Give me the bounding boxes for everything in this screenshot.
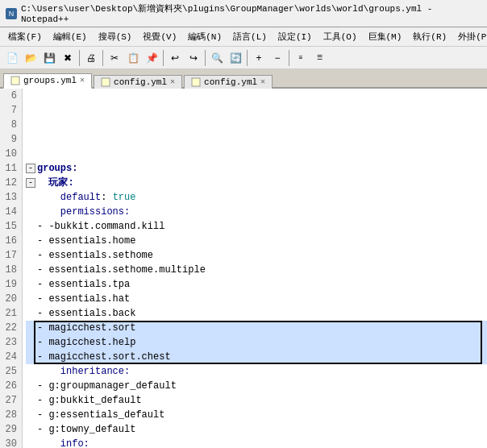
find-btn[interactable]: 🔍	[208, 49, 226, 67]
file-icon-3	[191, 77, 201, 87]
menu-item-i[interactable]: 設定(I)	[273, 29, 317, 44]
line-number-8: 8	[5, 118, 17, 132]
tab-close-3[interactable]: ✕	[260, 78, 265, 86]
menu-item-r[interactable]: 執行(R)	[408, 29, 452, 44]
code-line-9	[26, 132, 487, 147]
line-number-25: 25	[5, 364, 17, 379]
zoom-in-btn[interactable]: +	[250, 49, 268, 67]
code-line-18: - essentials.sethome.multiple	[26, 263, 487, 277]
svg-rect-3	[102, 78, 110, 86]
code-line-30: info:	[26, 437, 487, 448]
line-text-12: 玩家:	[37, 176, 74, 190]
line-text-25: inheritance:	[37, 364, 130, 379]
tab-config-yml-1[interactable]: config.yml ✕	[94, 75, 182, 89]
align-left-btn[interactable]: ≡	[292, 49, 310, 67]
svg-text:N: N	[9, 10, 15, 18]
sep6	[289, 50, 289, 66]
file-icon-2	[101, 77, 110, 87]
app-icon: N	[5, 7, 18, 20]
code-line-20: - essentials.hat	[26, 292, 487, 306]
tab-config-yml-2[interactable]: config.yml ✕	[184, 75, 273, 89]
fold-marker-11[interactable]: -	[26, 164, 35, 173]
menu-item-p[interactable]: 外掛(P)	[453, 29, 487, 44]
title-bar: N C:\Users\user\Desktop\新增資料夾\plugins\Gr…	[0, 0, 487, 27]
tab-close-2[interactable]: ✕	[170, 78, 175, 86]
line-text-16: - essentials.home	[37, 234, 135, 248]
line-number-24: 24	[5, 350, 17, 364]
line-numbers: 6789101112131415161718192021222324252627…	[0, 89, 23, 448]
code-line-25: inheritance:	[26, 364, 487, 379]
save-btn[interactable]: 💾	[40, 49, 58, 67]
line-text-14: permissions:	[37, 205, 130, 219]
line-text-28: - g:essentials_default	[37, 408, 164, 422]
replace-btn[interactable]: 🔄	[227, 49, 244, 67]
code-line-17: - essentials.sethome	[26, 248, 487, 263]
line-number-12: 12	[5, 176, 17, 190]
code-line-21: - essentials.back	[26, 306, 487, 321]
line-number-10: 10	[5, 147, 17, 161]
print-btn[interactable]: 🖨	[82, 49, 100, 67]
code-line-27: - g:bukkit_default	[26, 393, 487, 408]
open-btn[interactable]: 📂	[22, 49, 40, 67]
code-content[interactable]: -groups:- 玩家: default: true permissions:…	[23, 89, 487, 448]
code-line-7	[26, 103, 487, 118]
zoom-out-btn[interactable]: −	[268, 49, 286, 67]
line-number-9: 9	[5, 132, 17, 147]
close-btn[interactable]: ✖	[59, 49, 77, 67]
line-number-20: 20	[5, 292, 17, 306]
sep4	[205, 50, 206, 66]
line-text-22: - magicchest.sort	[37, 321, 135, 335]
line-text-23: - magicchest.help	[37, 335, 135, 350]
line-text-24: - magicchest.sort.chest	[37, 350, 171, 364]
title-text: C:\Users\user\Desktop\新增資料夾\plugins\Grou…	[21, 2, 482, 24]
menu-item-e[interactable]: 編輯(E)	[48, 29, 92, 44]
menu-item-f[interactable]: 檔案(F)	[3, 29, 47, 44]
line-number-7: 7	[5, 103, 17, 118]
line-number-27: 27	[5, 393, 17, 408]
cut-btn[interactable]: ✂	[106, 49, 123, 67]
menu-item-m[interactable]: 巨集(M)	[364, 29, 407, 44]
redo-btn[interactable]: ↪	[185, 49, 202, 67]
code-line-11: -groups:	[26, 161, 487, 176]
sep5	[247, 50, 248, 66]
paste-btn[interactable]: 📌	[143, 49, 160, 67]
code-line-19: - essentials.tpa	[26, 277, 487, 292]
code-line-29: - g:towny_default	[26, 422, 487, 437]
line-number-30: 30	[5, 437, 17, 448]
code-line-8	[26, 118, 487, 132]
line-number-15: 15	[5, 219, 17, 234]
line-number-13: 13	[5, 190, 17, 205]
menu-item-n[interactable]: 編碼(N)	[183, 29, 227, 44]
copy-btn[interactable]: 📋	[124, 49, 142, 67]
line-number-17: 17	[5, 248, 17, 263]
line-number-21: 21	[5, 306, 17, 321]
menu-item-o[interactable]: 工具(O)	[318, 29, 362, 44]
line-text-21: - essentials.back	[37, 306, 135, 321]
tab-label-2: config.yml	[114, 77, 167, 87]
tab-close-1[interactable]: ✕	[80, 77, 85, 85]
line-number-28: 28	[5, 408, 17, 422]
align-right-btn[interactable]: ☰	[310, 49, 328, 67]
menu-item-l[interactable]: 語言(L)	[228, 29, 272, 44]
svg-rect-2	[11, 77, 19, 85]
code-line-14: permissions:	[26, 205, 487, 219]
line-number-19: 19	[5, 277, 17, 292]
line-number-26: 26	[5, 379, 17, 393]
file-icon	[10, 76, 20, 85]
svg-rect-4	[192, 78, 200, 86]
sep2	[102, 50, 103, 66]
line-number-11: 11	[5, 161, 17, 176]
code-line-23: - magicchest.help	[26, 335, 487, 350]
line-number-23: 23	[5, 335, 17, 350]
code-line-28: - g:essentials_default	[26, 408, 487, 422]
code-line-12: - 玩家:	[26, 176, 487, 190]
line-text-30: info:	[37, 437, 89, 448]
new-btn[interactable]: 📄	[3, 49, 21, 67]
menu-item-v[interactable]: 視覺(V)	[138, 29, 181, 44]
menu-item-s[interactable]: 搜尋(S)	[94, 29, 137, 44]
undo-btn[interactable]: ↩	[166, 49, 184, 67]
tab-groups-yml[interactable]: groups.yml ✕	[3, 73, 92, 89]
line-number-6: 6	[5, 89, 17, 103]
line-text-20: - essentials.hat	[37, 292, 130, 306]
fold-marker-12[interactable]: -	[26, 178, 35, 188]
